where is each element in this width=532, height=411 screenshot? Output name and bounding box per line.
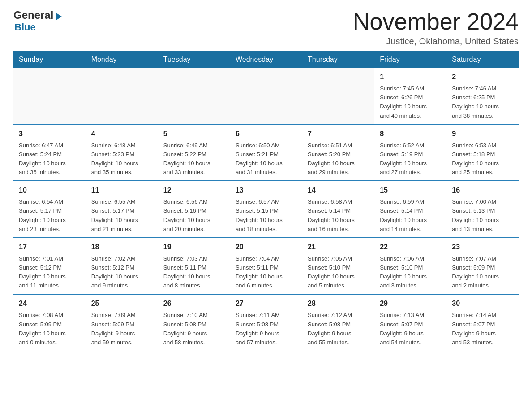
day-cell: 15Sunrise: 6:59 AM Sunset: 5:14 PM Dayli…	[374, 181, 446, 238]
day-number: 27	[236, 298, 296, 309]
day-cell: 1Sunrise: 7:45 AM Sunset: 6:26 PM Daylig…	[374, 68, 446, 124]
day-info: Sunrise: 6:47 AM Sunset: 5:24 PM Dayligh…	[19, 141, 80, 177]
day-number: 18	[91, 242, 152, 253]
weekday-header-thursday: Thursday	[302, 51, 374, 68]
week-row-2: 10Sunrise: 6:54 AM Sunset: 5:17 PM Dayli…	[13, 181, 519, 238]
day-info: Sunrise: 7:06 AM Sunset: 5:10 PM Dayligh…	[380, 254, 441, 291]
weekday-header-wednesday: Wednesday	[230, 51, 302, 68]
day-info: Sunrise: 7:46 AM Sunset: 6:25 PM Dayligh…	[452, 84, 513, 120]
day-cell: 6Sunrise: 6:50 AM Sunset: 5:21 PM Daylig…	[230, 124, 302, 181]
day-info: Sunrise: 6:58 AM Sunset: 5:14 PM Dayligh…	[308, 197, 369, 234]
logo: General Blue	[13, 9, 62, 33]
day-info: Sunrise: 7:02 AM Sunset: 5:12 PM Dayligh…	[91, 254, 152, 291]
weekday-header-sunday: Sunday	[13, 51, 86, 68]
day-cell: 10Sunrise: 6:54 AM Sunset: 5:17 PM Dayli…	[13, 181, 86, 238]
day-info: Sunrise: 7:14 AM Sunset: 5:07 PM Dayligh…	[452, 311, 513, 347]
day-number: 19	[163, 242, 224, 253]
day-number: 29	[380, 298, 441, 309]
day-info: Sunrise: 6:57 AM Sunset: 5:15 PM Dayligh…	[236, 197, 296, 234]
day-cell: 22Sunrise: 7:06 AM Sunset: 5:10 PM Dayli…	[374, 238, 446, 295]
day-cell	[158, 68, 230, 124]
day-number: 13	[236, 185, 296, 196]
logo-general-text: General	[13, 9, 53, 21]
day-info: Sunrise: 6:59 AM Sunset: 5:14 PM Dayligh…	[380, 197, 441, 234]
day-number: 22	[380, 242, 441, 253]
day-number: 3	[19, 128, 80, 139]
day-number: 6	[236, 128, 296, 139]
day-info: Sunrise: 7:07 AM Sunset: 5:09 PM Dayligh…	[452, 254, 513, 291]
logo-blue-text: Blue	[13, 21, 62, 33]
day-number: 23	[452, 242, 513, 253]
day-number: 24	[19, 298, 80, 309]
day-number: 7	[308, 128, 369, 139]
weekday-header-row: SundayMondayTuesdayWednesdayThursdayFrid…	[13, 51, 519, 68]
day-cell: 29Sunrise: 7:13 AM Sunset: 5:07 PM Dayli…	[374, 294, 446, 351]
day-info: Sunrise: 7:10 AM Sunset: 5:08 PM Dayligh…	[163, 311, 224, 347]
day-cell: 3Sunrise: 6:47 AM Sunset: 5:24 PM Daylig…	[13, 124, 86, 181]
calendar-table: SundayMondayTuesdayWednesdayThursdayFrid…	[13, 51, 519, 351]
day-info: Sunrise: 6:51 AM Sunset: 5:20 PM Dayligh…	[308, 141, 369, 177]
day-cell: 23Sunrise: 7:07 AM Sunset: 5:09 PM Dayli…	[446, 238, 519, 295]
day-number: 11	[91, 185, 152, 196]
day-info: Sunrise: 7:09 AM Sunset: 5:09 PM Dayligh…	[91, 311, 152, 347]
day-number: 15	[380, 185, 441, 196]
day-number: 2	[452, 72, 513, 82]
day-cell	[86, 68, 158, 124]
logo-arrow-icon	[56, 13, 62, 21]
day-cell: 21Sunrise: 7:05 AM Sunset: 5:10 PM Dayli…	[302, 238, 374, 295]
day-number: 9	[452, 128, 513, 139]
day-cell: 9Sunrise: 6:53 AM Sunset: 5:18 PM Daylig…	[446, 124, 519, 181]
day-cell: 14Sunrise: 6:58 AM Sunset: 5:14 PM Dayli…	[302, 181, 374, 238]
week-row-3: 17Sunrise: 7:01 AM Sunset: 5:12 PM Dayli…	[13, 238, 519, 295]
day-info: Sunrise: 7:04 AM Sunset: 5:11 PM Dayligh…	[236, 254, 296, 291]
day-number: 26	[163, 298, 224, 309]
day-info: Sunrise: 6:52 AM Sunset: 5:19 PM Dayligh…	[380, 141, 441, 177]
day-info: Sunrise: 7:01 AM Sunset: 5:12 PM Dayligh…	[19, 254, 80, 291]
title-section: November 2024 Justice, Oklahoma, United …	[353, 9, 519, 47]
day-number: 8	[380, 128, 441, 139]
day-number: 17	[19, 242, 80, 253]
day-number: 12	[163, 185, 224, 196]
day-cell: 16Sunrise: 7:00 AM Sunset: 5:13 PM Dayli…	[446, 181, 519, 238]
week-row-0: 1Sunrise: 7:45 AM Sunset: 6:26 PM Daylig…	[13, 68, 519, 124]
day-cell: 19Sunrise: 7:03 AM Sunset: 5:11 PM Dayli…	[158, 238, 230, 295]
day-info: Sunrise: 7:13 AM Sunset: 5:07 PM Dayligh…	[380, 311, 441, 347]
week-row-1: 3Sunrise: 6:47 AM Sunset: 5:24 PM Daylig…	[13, 124, 519, 181]
day-cell: 8Sunrise: 6:52 AM Sunset: 5:19 PM Daylig…	[374, 124, 446, 181]
day-cell: 5Sunrise: 6:49 AM Sunset: 5:22 PM Daylig…	[158, 124, 230, 181]
day-cell: 26Sunrise: 7:10 AM Sunset: 5:08 PM Dayli…	[158, 294, 230, 351]
day-info: Sunrise: 6:56 AM Sunset: 5:16 PM Dayligh…	[163, 197, 224, 234]
day-cell: 11Sunrise: 6:55 AM Sunset: 5:17 PM Dayli…	[86, 181, 158, 238]
day-number: 30	[452, 298, 513, 309]
day-number: 10	[19, 185, 80, 196]
day-info: Sunrise: 7:05 AM Sunset: 5:10 PM Dayligh…	[308, 254, 369, 291]
weekday-header-monday: Monday	[86, 51, 158, 68]
day-cell	[13, 68, 86, 124]
day-cell	[302, 68, 374, 124]
day-number: 5	[163, 128, 224, 139]
day-number: 20	[236, 242, 296, 253]
day-info: Sunrise: 7:11 AM Sunset: 5:08 PM Dayligh…	[236, 311, 296, 347]
day-number: 16	[452, 185, 513, 196]
day-info: Sunrise: 6:54 AM Sunset: 5:17 PM Dayligh…	[19, 197, 80, 234]
location-subtitle: Justice, Oklahoma, United States	[353, 36, 519, 47]
day-number: 21	[308, 242, 369, 253]
day-cell: 30Sunrise: 7:14 AM Sunset: 5:07 PM Dayli…	[446, 294, 519, 351]
day-cell: 2Sunrise: 7:46 AM Sunset: 6:25 PM Daylig…	[446, 68, 519, 124]
day-info: Sunrise: 7:08 AM Sunset: 5:09 PM Dayligh…	[19, 311, 80, 347]
day-cell: 13Sunrise: 6:57 AM Sunset: 5:15 PM Dayli…	[230, 181, 302, 238]
day-number: 25	[91, 298, 152, 309]
day-info: Sunrise: 7:03 AM Sunset: 5:11 PM Dayligh…	[163, 254, 224, 291]
day-cell: 24Sunrise: 7:08 AM Sunset: 5:09 PM Dayli…	[13, 294, 86, 351]
day-cell	[230, 68, 302, 124]
week-row-4: 24Sunrise: 7:08 AM Sunset: 5:09 PM Dayli…	[13, 294, 519, 351]
day-number: 28	[308, 298, 369, 309]
day-info: Sunrise: 7:12 AM Sunset: 5:08 PM Dayligh…	[308, 311, 369, 347]
day-cell: 27Sunrise: 7:11 AM Sunset: 5:08 PM Dayli…	[230, 294, 302, 351]
day-info: Sunrise: 6:49 AM Sunset: 5:22 PM Dayligh…	[163, 141, 224, 177]
day-cell: 18Sunrise: 7:02 AM Sunset: 5:12 PM Dayli…	[86, 238, 158, 295]
day-cell: 12Sunrise: 6:56 AM Sunset: 5:16 PM Dayli…	[158, 181, 230, 238]
day-cell: 20Sunrise: 7:04 AM Sunset: 5:11 PM Dayli…	[230, 238, 302, 295]
day-info: Sunrise: 6:48 AM Sunset: 5:23 PM Dayligh…	[91, 141, 152, 177]
day-info: Sunrise: 6:50 AM Sunset: 5:21 PM Dayligh…	[236, 141, 296, 177]
